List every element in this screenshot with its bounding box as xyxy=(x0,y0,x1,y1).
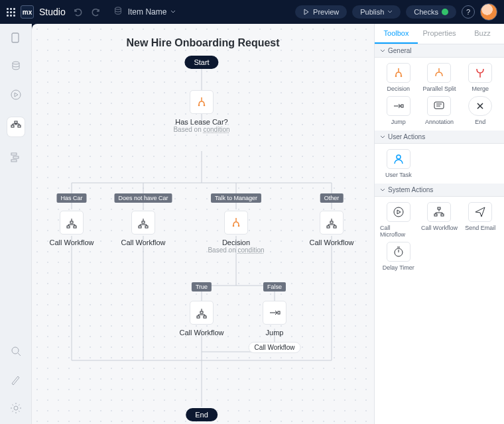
svg-point-30 xyxy=(401,76,403,78)
help-button[interactable]: ? xyxy=(462,5,475,19)
branch-tag-talk-manager: Talk to Manager xyxy=(211,193,261,203)
chevron-down-icon xyxy=(170,9,176,15)
svg-point-2 xyxy=(13,62,19,64)
node-call-workflow-4[interactable]: Call Workflow xyxy=(168,301,235,337)
svg-rect-14 xyxy=(70,221,73,223)
svg-point-21 xyxy=(238,225,240,227)
tool-annotation[interactable]: Annotation xyxy=(421,96,458,125)
redo-button[interactable] xyxy=(90,5,103,19)
svg-point-20 xyxy=(233,225,235,227)
tab-properties[interactable]: Properties xyxy=(418,24,461,44)
svg-rect-24 xyxy=(334,226,336,228)
tool-user-task[interactable]: User Task xyxy=(380,149,417,178)
svg-rect-17 xyxy=(142,221,145,223)
rail-pages[interactable] xyxy=(10,32,22,46)
svg-rect-35 xyxy=(438,207,440,209)
search-button[interactable] xyxy=(10,345,22,359)
branch-tag-other: Other xyxy=(320,193,344,203)
svg-point-29 xyxy=(395,76,397,78)
chevron-down-icon xyxy=(387,9,393,15)
svg-rect-32 xyxy=(434,102,444,109)
jump-target-chip[interactable]: Call Workflow xyxy=(249,342,301,353)
tool-decision[interactable]: Decision xyxy=(380,63,417,92)
svg-rect-15 xyxy=(67,226,70,228)
branch-tag-has-car: Has Car xyxy=(56,193,86,203)
tool-end[interactable]: End xyxy=(462,96,499,125)
tool-send-email[interactable]: Send Email xyxy=(462,202,499,238)
undo-button[interactable] xyxy=(71,5,84,19)
branch-tag-true: True xyxy=(192,282,212,292)
node-call-workflow-2[interactable]: Call Workflow xyxy=(110,211,176,246)
checks-label: Checks xyxy=(414,8,438,16)
status-ok-icon xyxy=(442,9,448,15)
svg-rect-7 xyxy=(11,153,17,155)
end-node[interactable]: End xyxy=(186,408,218,421)
chevron-down-icon xyxy=(380,48,385,54)
tool-merge[interactable]: Merge xyxy=(462,63,499,92)
tool-delay-timer[interactable]: Delay Timer xyxy=(380,242,417,271)
item-name-dropdown[interactable]: Item Name xyxy=(128,7,176,17)
workflow-title: New Hire Onboarding Request xyxy=(32,37,374,49)
avatar[interactable] xyxy=(480,3,497,21)
tool-parallel-split[interactable]: Parallel Split xyxy=(421,63,458,92)
svg-rect-16 xyxy=(74,226,76,228)
svg-rect-18 xyxy=(139,226,141,228)
svg-rect-6 xyxy=(18,125,21,127)
rail-workflows[interactable] xyxy=(7,117,25,136)
svg-point-12 xyxy=(198,105,200,107)
tool-jump[interactable]: Jump xyxy=(380,96,417,125)
node-has-lease-car[interactable]: Has Lease Car? Based on condition xyxy=(168,90,235,133)
tool-call-workflow[interactable]: Call Workflow xyxy=(421,202,458,238)
section-general[interactable]: General xyxy=(375,44,504,58)
tab-toolbox[interactable]: Toolbox xyxy=(375,24,418,44)
theme-button[interactable] xyxy=(10,374,22,388)
svg-point-0 xyxy=(115,7,121,9)
node-call-workflow-3[interactable]: Call Workflow xyxy=(298,211,365,246)
svg-rect-19 xyxy=(145,226,148,228)
section-system-actions[interactable]: System Actions xyxy=(375,184,504,197)
svg-point-13 xyxy=(204,105,206,107)
chevron-down-icon xyxy=(380,134,385,140)
node-decision-2[interactable]: Decision Based on condition xyxy=(203,211,269,254)
decision-icon xyxy=(190,90,214,114)
svg-rect-9 xyxy=(11,160,17,162)
product-logo: mx xyxy=(21,5,34,19)
svg-rect-25 xyxy=(200,311,203,313)
rail-navigation[interactable] xyxy=(10,151,22,165)
preview-button[interactable]: Preview xyxy=(295,5,347,19)
svg-point-33 xyxy=(397,155,401,159)
svg-point-34 xyxy=(394,207,403,217)
svg-rect-4 xyxy=(15,121,17,123)
preview-label: Preview xyxy=(313,8,339,16)
svg-rect-1 xyxy=(12,33,19,42)
database-icon xyxy=(113,7,123,18)
checks-button[interactable]: Checks xyxy=(406,5,456,19)
svg-point-10 xyxy=(12,347,19,354)
left-rail xyxy=(0,24,32,424)
svg-rect-37 xyxy=(441,214,444,216)
svg-rect-8 xyxy=(13,156,19,158)
node-jump[interactable]: Jump xyxy=(241,301,308,337)
svg-rect-23 xyxy=(327,226,330,228)
settings-button[interactable] xyxy=(10,402,22,416)
svg-point-11 xyxy=(14,406,18,410)
product-name: Studio xyxy=(39,7,66,17)
branch-tag-no-car: Does not have Car xyxy=(114,193,172,203)
node-call-workflow-1[interactable]: Call Workflow xyxy=(38,211,105,246)
svg-point-3 xyxy=(11,90,21,99)
tab-buzz[interactable]: Buzz xyxy=(461,24,504,44)
publish-label: Publish xyxy=(360,8,384,16)
svg-rect-5 xyxy=(11,125,14,127)
svg-rect-31 xyxy=(401,105,403,107)
right-panel: Toolbox Properties Buzz General Decision… xyxy=(374,24,504,424)
svg-rect-36 xyxy=(434,214,437,216)
publish-button[interactable]: Publish xyxy=(352,5,401,19)
tool-call-microflow[interactable]: Call Microflow xyxy=(380,202,417,238)
rail-microflows[interactable] xyxy=(10,89,22,103)
chevron-down-icon xyxy=(380,187,385,193)
apps-menu-icon[interactable] xyxy=(7,8,15,17)
workflow-canvas[interactable]: New Hire Onboarding Request Start Has Le… xyxy=(32,24,374,424)
rail-domain[interactable] xyxy=(10,60,22,74)
start-node[interactable]: Start xyxy=(184,56,218,69)
section-user-actions[interactable]: User Actions xyxy=(375,131,504,144)
